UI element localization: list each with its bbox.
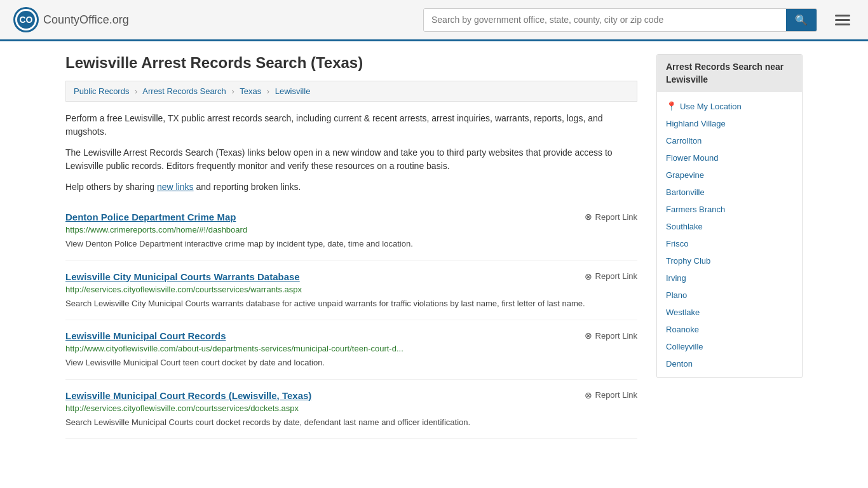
- location-dot-icon: 📍: [666, 101, 677, 111]
- new-links-link[interactable]: new links: [157, 182, 194, 192]
- description-3: Help others by sharing new links and rep…: [65, 180, 637, 194]
- search-bar: 🔍: [423, 8, 817, 32]
- sidebar-item: Grapevine: [657, 166, 802, 184]
- report-icon: ⊗: [585, 212, 592, 222]
- result-header: Lewisville Municipal Court Records ⊗ Rep…: [65, 330, 637, 341]
- result-item: Denton Police Department Crime Map ⊗ Rep…: [65, 201, 637, 261]
- report-link-button[interactable]: ⊗ Report Link: [585, 330, 637, 341]
- result-description: Search Lewisville City Municipal Courts …: [65, 297, 637, 310]
- use-my-location-link[interactable]: Use My Location: [680, 102, 742, 111]
- result-description: View Lewisville Municipal Court teen cou…: [65, 356, 637, 369]
- sidebar-use-location: 📍 Use My Location: [657, 97, 802, 115]
- search-icon: 🔍: [795, 15, 808, 25]
- hamburger-menu-button[interactable]: [830, 12, 855, 28]
- result-header: Lewisville Municipal Court Records (Lewi…: [65, 390, 637, 401]
- nearby-location-link[interactable]: Colleyville: [666, 342, 703, 351]
- result-header: Denton Police Department Crime Map ⊗ Rep…: [65, 212, 637, 222]
- main-container: Lewisville Arrest Records Search (Texas)…: [53, 41, 815, 452]
- sidebar-title: Arrest Records Search near Lewisville: [657, 55, 802, 92]
- sidebar: Arrest Records Search near Lewisville 📍 …: [656, 54, 803, 439]
- report-link-label: Report Link: [595, 331, 637, 341]
- sidebar-item: Farmers Branch: [657, 201, 802, 218]
- result-item: Lewisville City Municipal Courts Warrant…: [65, 261, 637, 321]
- report-link-button[interactable]: ⊗ Report Link: [585, 271, 637, 281]
- nearby-location-link[interactable]: Roanoke: [666, 325, 699, 334]
- sidebar-item: Trophy Club: [657, 252, 802, 269]
- report-link-label: Report Link: [595, 390, 637, 400]
- logo-text: CountyOffice.org: [43, 13, 129, 27]
- site-logo[interactable]: CO CountyOffice.org: [13, 6, 129, 33]
- sidebar-item: Carrollton: [657, 132, 802, 149]
- svg-text:CO: CO: [20, 15, 33, 25]
- sidebar-items: 📍 Use My Location Highland Village Carro…: [657, 92, 802, 377]
- result-url: https://www.crimereports.com/home/#!/das…: [65, 225, 637, 234]
- report-icon: ⊗: [585, 330, 592, 341]
- result-header: Lewisville City Municipal Courts Warrant…: [65, 271, 637, 282]
- result-title[interactable]: Lewisville Municipal Court Records (Lewi…: [65, 390, 311, 401]
- nearby-location-link[interactable]: Plano: [666, 290, 687, 300]
- nearby-location-link[interactable]: Westlake: [666, 308, 700, 317]
- result-url: http://www.cityoflewisville.com/about-us…: [65, 344, 637, 353]
- nearby-location-link[interactable]: Denton: [666, 359, 693, 369]
- report-link-label: Report Link: [595, 271, 637, 281]
- result-item: Lewisville Municipal Court Records (Lewi…: [65, 380, 637, 440]
- breadcrumb-sep-2: ›: [231, 86, 234, 96]
- result-url: http://eservices.cityoflewisville.com/co…: [65, 285, 637, 294]
- sidebar-item: Westlake: [657, 304, 802, 321]
- sidebar-item: Colleyville: [657, 338, 802, 355]
- search-input[interactable]: [424, 9, 786, 31]
- menu-line-2: [835, 19, 850, 21]
- sidebar-item: Bartonville: [657, 184, 802, 201]
- sidebar-item: Flower Mound: [657, 149, 802, 166]
- results-list: Denton Police Department Crime Map ⊗ Rep…: [65, 201, 637, 439]
- sidebar-item: Frisco: [657, 235, 802, 252]
- result-item: Lewisville Municipal Court Records ⊗ Rep…: [65, 320, 637, 380]
- nearby-location-link[interactable]: Farmers Branch: [666, 205, 725, 214]
- menu-line-1: [835, 15, 850, 17]
- sidebar-box: Arrest Records Search near Lewisville 📍 …: [656, 54, 803, 378]
- report-link-label: Report Link: [595, 212, 637, 222]
- nearby-location-link[interactable]: Southlake: [666, 222, 703, 231]
- search-button[interactable]: 🔍: [786, 9, 817, 31]
- nearby-location-link[interactable]: Irving: [666, 273, 686, 283]
- result-title[interactable]: Lewisville City Municipal Courts Warrant…: [65, 271, 300, 282]
- description-2: The Lewisville Arrest Records Search (Te…: [65, 146, 637, 173]
- report-link-button[interactable]: ⊗ Report Link: [585, 390, 637, 400]
- sidebar-item: Southlake: [657, 218, 802, 235]
- nearby-location-link[interactable]: Carrollton: [666, 136, 702, 146]
- result-description: Search Lewisville Municipal Courts court…: [65, 416, 637, 429]
- description-3-prefix: Help others by sharing: [65, 182, 157, 192]
- sidebar-item: Denton: [657, 355, 802, 372]
- description-3-suffix: and reporting broken links.: [194, 182, 301, 192]
- description-1: Perform a free Lewisville, TX public arr…: [65, 112, 637, 139]
- nearby-location-link[interactable]: Flower Mound: [666, 153, 718, 163]
- report-link-button[interactable]: ⊗ Report Link: [585, 212, 637, 222]
- logo-icon: CO: [13, 6, 39, 33]
- breadcrumb-sep-1: ›: [135, 86, 137, 96]
- result-title[interactable]: Denton Police Department Crime Map: [65, 212, 236, 222]
- sidebar-item: Roanoke: [657, 321, 802, 338]
- breadcrumb-texas[interactable]: Texas: [240, 86, 261, 96]
- breadcrumb-lewisville[interactable]: Lewisville: [275, 86, 311, 96]
- sidebar-item: Highland Village: [657, 115, 802, 132]
- breadcrumb-arrest-records-search[interactable]: Arrest Records Search: [142, 86, 226, 96]
- sidebar-item: Plano: [657, 287, 802, 304]
- menu-line-3: [835, 24, 850, 25]
- result-title[interactable]: Lewisville Municipal Court Records: [65, 330, 226, 341]
- result-description: View Denton Police Department interactiv…: [65, 238, 637, 250]
- nearby-location-link[interactable]: Frisco: [666, 239, 688, 248]
- sidebar-item: Irving: [657, 269, 802, 287]
- site-header: CO CountyOffice.org 🔍: [0, 0, 868, 41]
- breadcrumb-sep-3: ›: [267, 86, 269, 96]
- report-icon: ⊗: [585, 390, 592, 400]
- breadcrumb-public-records[interactable]: Public Records: [74, 86, 129, 96]
- nearby-location-link[interactable]: Grapevine: [666, 170, 704, 180]
- breadcrumb: Public Records › Arrest Records Search ›…: [65, 81, 637, 102]
- report-icon: ⊗: [585, 271, 592, 281]
- nearby-location-link[interactable]: Bartonville: [666, 187, 705, 197]
- page-title: Lewisville Arrest Records Search (Texas): [65, 54, 637, 72]
- nearby-location-link[interactable]: Highland Village: [666, 119, 726, 128]
- result-url: http://eservices.cityoflewisville.com/co…: [65, 403, 637, 413]
- content-area: Lewisville Arrest Records Search (Texas)…: [65, 54, 637, 439]
- nearby-location-link[interactable]: Trophy Club: [666, 256, 710, 266]
